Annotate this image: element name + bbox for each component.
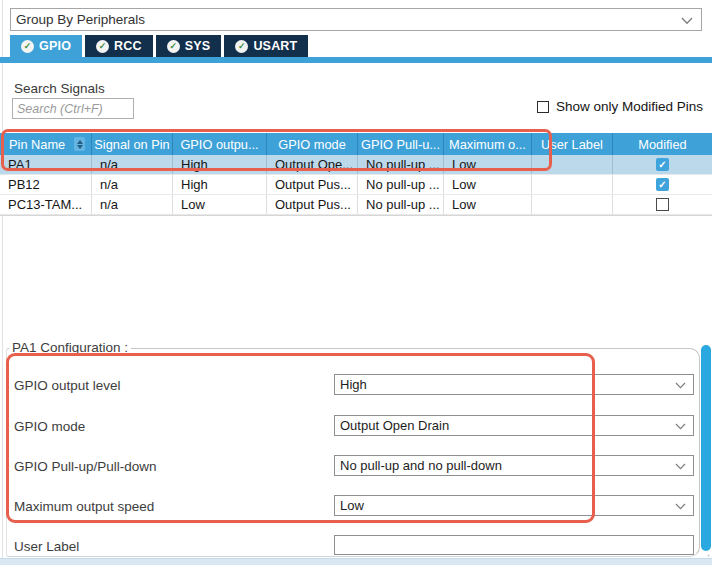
column-header-maximum-output[interactable]: Maximum o... bbox=[444, 133, 532, 155]
user-label-label: User Label bbox=[14, 539, 79, 554]
chevron-down-icon bbox=[675, 503, 686, 510]
chevron-down-icon bbox=[681, 17, 693, 25]
peripheral-tabs: ✓ GPIO ✓ RCC ✓ SYS ✓ USART bbox=[10, 35, 308, 57]
maximum-output-speed-select[interactable]: Low bbox=[334, 495, 694, 516]
gpio-pull-label: GPIO Pull-up/Pull-down bbox=[14, 459, 157, 474]
table-bottom-border bbox=[0, 215, 712, 216]
vertical-scrollbar-thumb[interactable] bbox=[701, 345, 711, 551]
gpio-mode-label: GPIO mode bbox=[14, 419, 85, 434]
chevron-down-icon bbox=[675, 463, 686, 470]
table-header-row: Pin Name Signal on Pin GPIO outpu... GPI… bbox=[0, 133, 712, 155]
show-only-modified-label: Show only Modified Pins bbox=[556, 99, 703, 114]
column-header-gpio-mode[interactable]: GPIO mode bbox=[267, 133, 358, 155]
table-row-pa1[interactable]: PA1 n/a High Output Ope... No pull-up ..… bbox=[0, 155, 712, 175]
modified-checkbox[interactable] bbox=[656, 158, 669, 171]
group-by-value: Group By Peripherals bbox=[16, 12, 145, 27]
tab-usart-label: USART bbox=[253, 39, 297, 53]
search-input[interactable] bbox=[12, 98, 134, 119]
gpio-mode-select[interactable]: Output Open Drain bbox=[334, 415, 694, 436]
tab-gpio-label: GPIO bbox=[39, 39, 71, 53]
table-row-pb12[interactable]: PB12 n/a High Output Pus... No pull-up .… bbox=[0, 175, 712, 195]
check-circle-icon: ✓ bbox=[96, 40, 109, 53]
pa1-configuration-title: PA1 Configuration : bbox=[9, 340, 131, 355]
column-header-signal-on-pin[interactable]: Signal on Pin bbox=[92, 133, 173, 155]
check-circle-icon: ✓ bbox=[21, 40, 34, 53]
column-header-user-label[interactable]: User Label bbox=[532, 133, 613, 155]
tab-gpio[interactable]: ✓ GPIO bbox=[10, 35, 82, 57]
tab-rcc[interactable]: ✓ RCC bbox=[85, 35, 153, 57]
check-circle-icon: ✓ bbox=[235, 40, 248, 53]
show-only-modified-filter: Show only Modified Pins bbox=[537, 99, 703, 114]
signals-table: Pin Name Signal on Pin GPIO outpu... GPI… bbox=[0, 133, 712, 216]
column-header-gpio-pull[interactable]: GPIO Pull-u... bbox=[358, 133, 444, 155]
maximum-output-speed-label: Maximum output speed bbox=[14, 499, 154, 514]
tab-sys[interactable]: ✓ SYS bbox=[156, 35, 222, 57]
search-signals-label: Search Signals bbox=[14, 81, 105, 96]
chevron-down-icon bbox=[675, 382, 686, 389]
column-header-gpio-output[interactable]: GPIO outpu... bbox=[173, 133, 267, 155]
column-header-modified[interactable]: Modified bbox=[613, 133, 712, 155]
user-label-input[interactable] bbox=[334, 535, 694, 555]
pane-border bbox=[2, 0, 3, 565]
pin-configuration-panel: Group By Peripherals ✓ GPIO ✓ RCC ✓ SYS … bbox=[0, 0, 712, 565]
active-tab-strip bbox=[0, 57, 712, 63]
status-strip bbox=[0, 558, 712, 565]
tab-sys-label: SYS bbox=[185, 39, 211, 53]
check-circle-icon: ✓ bbox=[167, 40, 180, 53]
group-by-select[interactable]: Group By Peripherals bbox=[10, 8, 702, 31]
column-header-pin-name[interactable]: Pin Name bbox=[0, 133, 92, 155]
modified-checkbox[interactable] bbox=[656, 198, 669, 211]
tab-usart[interactable]: ✓ USART bbox=[224, 35, 308, 57]
sort-arrows-icon[interactable] bbox=[74, 137, 85, 151]
chevron-down-icon bbox=[675, 423, 686, 430]
gpio-output-level-select[interactable]: High bbox=[334, 374, 694, 395]
gpio-pull-select[interactable]: No pull-up and no pull-down bbox=[334, 455, 694, 476]
tab-rcc-label: RCC bbox=[114, 39, 142, 53]
show-only-modified-checkbox[interactable] bbox=[537, 101, 549, 113]
table-row-pc13[interactable]: PC13-TAM... n/a Low Output Pus... No pul… bbox=[0, 195, 712, 215]
gpio-output-level-label: GPIO output level bbox=[14, 378, 121, 393]
modified-checkbox[interactable] bbox=[656, 178, 669, 191]
